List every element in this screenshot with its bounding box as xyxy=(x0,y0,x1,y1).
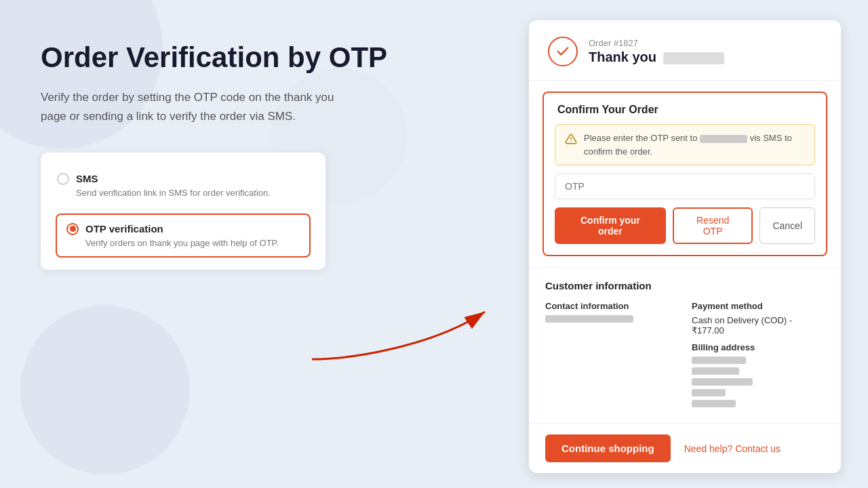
otp-confirmation-section: Confirm Your Order Please enter the OTP … xyxy=(542,92,827,256)
payment-value: Cash on Delivery (COD) - ₹177.00 xyxy=(692,315,825,336)
order-thankyou: Thank you xyxy=(589,49,822,65)
payment-info-label: Payment method xyxy=(692,301,825,311)
order-header: Order #1827 Thank you xyxy=(529,20,841,81)
contact-info-label: Contact information xyxy=(545,301,678,311)
billing-name-blur xyxy=(692,357,746,364)
billing-zip-blur xyxy=(692,400,736,407)
otp-input[interactable] xyxy=(555,174,815,199)
billing-addr1-blur xyxy=(692,367,739,375)
otp-radio[interactable] xyxy=(66,223,79,235)
otp-section-title: Confirm Your Order xyxy=(544,93,826,116)
otp-option[interactable]: OTP verification Verify orders on thank … xyxy=(56,214,311,258)
otp-warning-box: Please enter the OTP sent to vis SMS to … xyxy=(555,124,815,165)
warning-icon xyxy=(565,133,577,148)
contact-info-col: Contact information xyxy=(545,301,678,411)
customer-info-title: Customer information xyxy=(545,280,825,291)
sms-label: SMS xyxy=(76,173,98,184)
contact-link[interactable]: Need help? Contact us xyxy=(684,443,781,454)
success-icon xyxy=(548,37,578,66)
arrow-indicator xyxy=(298,291,502,373)
otp-input-row xyxy=(544,174,826,207)
continue-shopping-button[interactable]: Continue shopping xyxy=(545,434,671,462)
billing-addr2-blur xyxy=(692,378,753,386)
card-footer: Continue shopping Need help? Contact us xyxy=(529,423,841,473)
bg-decoration-2 xyxy=(20,305,190,474)
otp-warning-text: Please enter the OTP sent to vis SMS to … xyxy=(584,131,805,158)
customer-information-section: Customer information Contact information… xyxy=(529,267,841,423)
sms-description: Send verification link in SMS for order … xyxy=(76,188,309,198)
otp-label: OTP verification xyxy=(85,223,163,235)
confirm-order-button[interactable]: Confirm your order xyxy=(555,207,666,244)
otp-description: Verify orders on thank you page with hel… xyxy=(85,238,300,248)
otp-action-buttons: Confirm your order Resend OTP Cancel xyxy=(544,207,826,255)
billing-city-blur xyxy=(692,389,726,396)
page-description: Verify the order by setting the OTP code… xyxy=(41,88,339,125)
phone-blur xyxy=(700,135,747,143)
email-blur xyxy=(545,315,633,323)
left-panel: Order Verification by OTP Verify the ord… xyxy=(41,41,434,270)
sms-option[interactable]: SMS Send verification link in SMS for or… xyxy=(57,166,309,209)
page-title: Order Verification by OTP xyxy=(41,41,434,75)
customer-name-blur xyxy=(663,52,724,64)
sms-radio[interactable] xyxy=(57,173,69,185)
payment-info-col: Payment method Cash on Delivery (COD) - … xyxy=(692,301,825,411)
billing-label: Billing address xyxy=(692,342,825,352)
options-card: SMS Send verification link in SMS for or… xyxy=(41,152,326,270)
cancel-button[interactable]: Cancel xyxy=(760,207,815,244)
info-columns: Contact information Payment method Cash … xyxy=(545,301,825,411)
order-card: Order #1827 Thank you Confirm Your Order… xyxy=(529,20,841,473)
resend-otp-button[interactable]: Resend OTP xyxy=(673,207,753,244)
order-meta: Order #1827 Thank you xyxy=(589,38,822,65)
order-number: Order #1827 xyxy=(589,38,822,48)
